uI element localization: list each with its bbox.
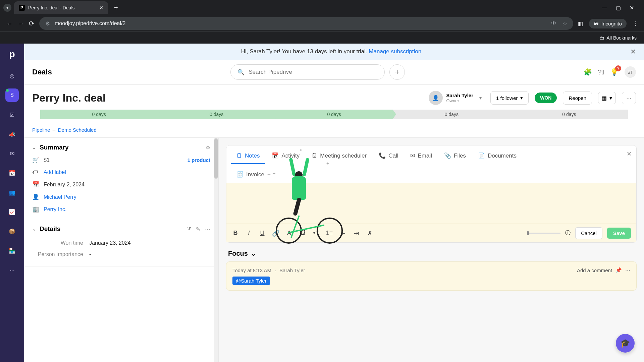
followers-button[interactable]: 1 follower ▾ <box>490 91 529 105</box>
breadcrumb-stage[interactable]: Demo Scheduled <box>58 127 97 133</box>
breadcrumb-pipeline[interactable]: Pipeline <box>32 127 50 133</box>
outdent-button[interactable]: ⇤ <box>339 230 346 237</box>
forward-button[interactable]: → <box>17 20 24 27</box>
stage-3[interactable]: 0 days <box>275 110 393 119</box>
tabs-dropdown[interactable]: ▾ <box>3 4 11 12</box>
slider[interactable] <box>527 233 560 234</box>
org-link[interactable]: Perry Inc. <box>44 206 66 213</box>
nav-campaigns-icon[interactable]: 📣 <box>5 127 19 141</box>
app-logo[interactable]: p <box>9 48 15 63</box>
layout-button[interactable]: ▦ ▾ <box>598 92 616 104</box>
nav-marketplace-icon[interactable]: 🏪 <box>5 244 19 257</box>
banner-close-icon[interactable]: ✕ <box>630 48 636 56</box>
site-settings-icon[interactable]: ⚙ <box>45 20 50 27</box>
owner-dropdown-icon[interactable]: ▾ <box>477 95 484 101</box>
tab-call[interactable]: 📞Call <box>373 148 404 164</box>
maximize-icon[interactable]: ▢ <box>616 5 621 11</box>
link-button[interactable]: 🔗 <box>272 230 279 237</box>
nav-more-icon[interactable]: ⋯ <box>5 263 19 277</box>
tab-meeting[interactable]: 🗓Meeting scheduler <box>306 148 372 164</box>
bold-button[interactable]: B <box>232 230 239 237</box>
deal-more-button[interactable]: ⋯ <box>622 92 636 104</box>
won-status-badge[interactable]: WON <box>535 93 557 103</box>
owner-block[interactable]: 👤 Sarah Tyler Owner ▾ <box>429 91 484 105</box>
text-color-button[interactable]: A <box>285 230 293 237</box>
nav-activities-icon[interactable]: 📅 <box>5 166 19 180</box>
pin-icon[interactable]: 📌 <box>615 267 622 273</box>
activity-more-icon[interactable]: ⋯ <box>625 267 630 273</box>
mention-chip[interactable]: @Sarah Tyler <box>232 277 270 285</box>
bullet-list-button[interactable]: •≡ <box>312 230 320 237</box>
stage-4[interactable]: 0 days <box>393 110 510 119</box>
new-tab-button[interactable]: + <box>111 4 121 12</box>
gear-icon[interactable]: ⚙ <box>206 144 210 151</box>
tab-activity[interactable]: 📅Activity <box>266 148 305 164</box>
cancel-button[interactable]: Cancel <box>575 227 602 239</box>
reload-button[interactable]: ⟳ <box>29 19 35 27</box>
number-list-button[interactable]: 1≡ <box>326 230 333 237</box>
nav-leads-icon[interactable]: ◎ <box>5 69 19 82</box>
tab-notes[interactable]: 🗒Notes <box>231 148 265 164</box>
nav-mail-icon[interactable]: ✉ <box>5 147 19 160</box>
person-link[interactable]: Michael Perry <box>44 194 76 200</box>
eye-off-icon[interactable]: 👁 <box>551 20 556 27</box>
tab-title: Perry Inc. deal - Deals <box>28 5 75 10</box>
incognito-label: Incognito <box>601 21 622 26</box>
user-avatar[interactable]: ST <box>625 66 636 78</box>
incognito-indicator[interactable]: 🕶 Incognito <box>589 19 627 28</box>
reopen-button[interactable]: Reopen <box>563 92 592 105</box>
browser-tab[interactable]: P Perry Inc. deal - Deals ✕ <box>14 1 108 14</box>
image-button[interactable]: 🖼 <box>299 230 306 237</box>
summary-header[interactable]: ⌄ Summary ⚙ <box>32 144 210 151</box>
knowledge-fab[interactable]: 🎓 <box>616 334 635 353</box>
note-editor[interactable] <box>226 183 636 224</box>
all-bookmarks-link[interactable]: All Bookmarks <box>607 35 637 41</box>
manage-subscription-link[interactable]: Manage subscription <box>369 48 421 55</box>
deal-title[interactable]: Perry Inc. deal <box>32 92 423 104</box>
details-header[interactable]: ⌄ Details ⧩ ✎ ⋯ <box>32 225 210 233</box>
favicon-icon: P <box>19 5 25 11</box>
nav-contacts-icon[interactable]: 👥 <box>5 186 19 199</box>
tab-close-icon[interactable]: ✕ <box>99 5 103 10</box>
underline-button[interactable]: U <box>259 230 266 237</box>
more-icon[interactable]: ⋯ <box>205 226 210 232</box>
tab-files[interactable]: 📎Files <box>439 148 471 164</box>
nav-products-icon[interactable]: 📦 <box>5 225 19 238</box>
help-icon[interactable]: ?⃝ <box>598 68 604 76</box>
address-bar-row: ← → ⟳ ⚙ moodjoy.pipedrive.com/deal/2 👁 ☆… <box>0 15 644 32</box>
tab-email[interactable]: ✉Email <box>405 148 437 164</box>
nav-projects-icon[interactable]: ☑ <box>5 108 19 121</box>
activity-card: Today at 8:13 AM · Sarah Tyler Add a com… <box>226 261 637 291</box>
italic-button[interactable]: I <box>245 230 253 237</box>
search-input[interactable]: 🔍 Search Pipedrive <box>230 64 385 80</box>
indent-button[interactable]: ⇥ <box>353 230 360 237</box>
side-panel-icon[interactable]: ◧ <box>578 20 583 27</box>
add-label-link[interactable]: Add label <box>44 169 66 175</box>
tab-invoice[interactable]: 🧾Invoice✦ <box>231 167 276 183</box>
bookmark-star-icon[interactable]: ☆ <box>562 20 567 27</box>
url-bar[interactable]: ⚙ moodjoy.pipedrive.com/deal/2 👁 ☆ <box>39 17 573 30</box>
add-button[interactable]: + <box>389 64 405 80</box>
stage-2[interactable]: 0 days <box>158 110 275 119</box>
tips-icon[interactable]: 💡? <box>610 68 619 76</box>
edit-icon[interactable]: ✎ <box>196 226 200 232</box>
nav-insights-icon[interactable]: 📈 <box>5 205 19 219</box>
filter-icon[interactable]: ⧩ <box>187 226 191 232</box>
clear-format-button[interactable]: ✗ <box>366 230 373 237</box>
add-comment-link[interactable]: Add a comment <box>577 267 612 273</box>
minimize-icon[interactable]: — <box>602 5 607 11</box>
composer-close-icon[interactable]: ✕ <box>627 150 632 158</box>
focus-section-header[interactable]: Focus ⌄ <box>226 243 637 261</box>
product-link[interactable]: 1 product <box>187 157 210 163</box>
left-scrollbar[interactable] <box>214 138 218 362</box>
tab-documents[interactable]: 📄Documents <box>473 148 522 164</box>
info-icon[interactable]: ⓘ <box>565 230 571 237</box>
back-button[interactable]: ← <box>6 20 13 27</box>
save-button[interactable]: Save <box>607 228 631 239</box>
extensions-icon[interactable]: 🧩 <box>584 68 592 76</box>
stage-1[interactable]: 0 days <box>40 110 158 119</box>
nav-deals-icon[interactable]: $ <box>5 88 19 102</box>
chrome-menu-icon[interactable]: ⋮ <box>633 20 638 27</box>
close-window-icon[interactable]: ✕ <box>630 5 634 11</box>
stage-5[interactable]: 0 days <box>511 110 628 119</box>
